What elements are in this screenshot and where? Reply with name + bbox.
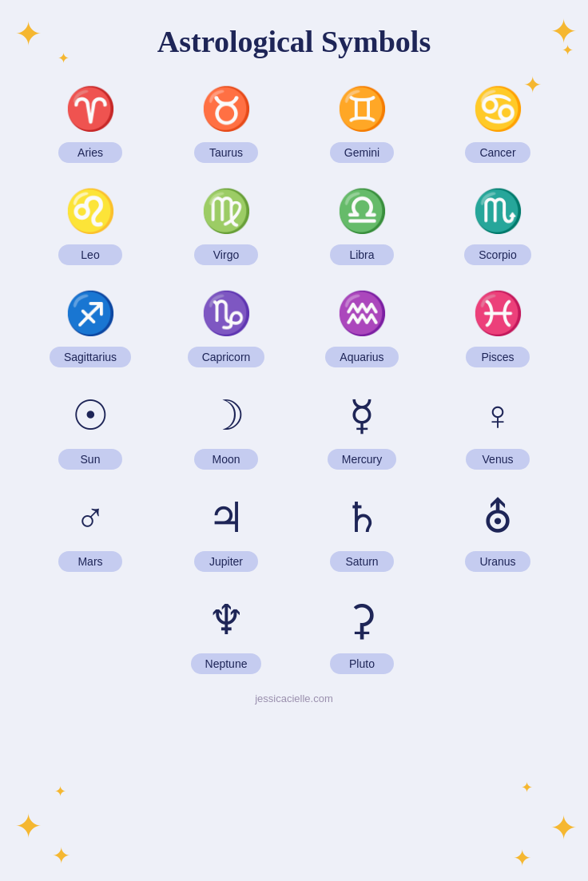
symbol-uranus: ⛢ — [483, 490, 513, 546]
sparkle-bottom-left-large: ✦ — [14, 807, 42, 846]
planet-cell-mars: ♂ Mars — [22, 484, 158, 578]
sparkle-bottom-right-large: ✦ — [550, 808, 578, 847]
planets-grid: ☉ Sun ☽ Moon ☿ Mercury ♀ Venus ♂ Mars ♃ … — [22, 382, 566, 578]
label-leo: Leo — [58, 244, 122, 265]
label-sagittarius: Sagittarius — [50, 347, 131, 367]
label-mercury: Mercury — [328, 449, 397, 470]
zodiac-cell-libra: ♎ Libra — [294, 177, 430, 272]
symbol-aquarius: ♒ — [336, 286, 388, 342]
zodiac-cell-aquarius: ♒ Aquarius — [294, 280, 430, 374]
symbol-jupiter: ♃ — [208, 490, 245, 546]
symbol-pisces: ♓ — [472, 286, 524, 342]
label-taurus: Taurus — [194, 142, 258, 163]
label-mars: Mars — [58, 551, 122, 572]
label-neptune: Neptune — [191, 653, 262, 674]
planet-cell-jupiter: ♃ Jupiter — [158, 484, 294, 578]
label-pluto: Pluto — [330, 653, 394, 674]
zodiac-cell-virgo: ♍ Virgo — [158, 177, 294, 272]
planet-cell-sun: ☉ Sun — [22, 382, 158, 476]
symbol-mercury: ☿ — [349, 388, 375, 444]
zodiac-grid: ♈ Aries ♉ Taurus ♊ Gemini ♋ Cancer ♌ Leo… — [22, 75, 566, 374]
planet-cell-mercury: ☿ Mercury — [294, 382, 430, 476]
symbol-scorpio: ♏ — [472, 184, 524, 240]
symbol-moon: ☽ — [208, 388, 245, 444]
label-moon: Moon — [194, 449, 258, 470]
label-venus: Venus — [466, 449, 530, 470]
label-jupiter: Jupiter — [194, 551, 258, 572]
planet-cell-uranus: ⛢ Uranus — [430, 484, 566, 578]
symbol-saturn: ♄ — [344, 490, 381, 546]
zodiac-cell-taurus: ♉ Taurus — [158, 75, 294, 169]
sparkle-bottom-right-small: ✦ — [521, 779, 533, 796]
symbol-leo: ♌ — [65, 184, 117, 240]
planet-cell-moon: ☽ Moon — [158, 382, 294, 476]
zodiac-cell-capricorn: ♑ Capricorn — [158, 280, 294, 374]
zodiac-cell-leo: ♌ Leo — [22, 177, 158, 272]
zodiac-cell-gemini: ♊ Gemini — [294, 75, 430, 169]
planet-cell-venus: ♀ Venus — [430, 382, 566, 476]
label-gemini: Gemini — [330, 142, 394, 163]
zodiac-cell-scorpio: ♏ Scorpio — [430, 177, 566, 272]
label-virgo: Virgo — [194, 244, 258, 265]
symbol-sagittarius: ♐ — [65, 286, 117, 342]
symbol-cancer: ♋ — [472, 81, 524, 137]
label-scorpio: Scorpio — [464, 244, 530, 265]
label-aries: Aries — [58, 142, 122, 163]
zodiac-cell-pisces: ♓ Pisces — [430, 280, 566, 374]
symbol-taurus: ♉ — [201, 81, 252, 137]
outer-planet-cell-neptune: ♆ Neptune — [158, 586, 294, 681]
sparkle-bottom-right-medium: ✦ — [513, 845, 531, 871]
outer-planets-grid: ♆ Neptune ⚳ Pluto — [158, 586, 430, 681]
sparkle-top-right-small: ✦ — [562, 42, 574, 59]
sparkle-top-right-large: ✦ — [550, 12, 578, 51]
zodiac-cell-aries: ♈ Aries — [22, 75, 158, 169]
label-aquarius: Aquarius — [325, 347, 398, 367]
footer-text: jessicacielle.com — [255, 692, 333, 704]
sparkle-top-left-small: ✦ — [58, 50, 70, 67]
label-saturn: Saturn — [330, 551, 394, 572]
symbol-capricorn: ♑ — [201, 286, 252, 342]
symbol-mars: ♂ — [75, 490, 106, 546]
planet-cell-saturn: ♄ Saturn — [294, 484, 430, 578]
zodiac-cell-sagittarius: ♐ Sagittarius — [22, 280, 158, 374]
label-libra: Libra — [330, 244, 394, 265]
symbol-libra: ♎ — [336, 184, 388, 240]
symbol-sun: ☉ — [72, 388, 109, 444]
sparkle-bottom-left-small: ✦ — [54, 783, 66, 800]
outer-planet-cell-pluto: ⚳ Pluto — [294, 586, 430, 681]
symbol-venus: ♀ — [483, 388, 514, 444]
label-sun: Sun — [58, 449, 122, 470]
label-cancer: Cancer — [465, 142, 530, 163]
zodiac-cell-cancer: ♋ Cancer — [430, 75, 566, 169]
label-capricorn: Capricorn — [188, 347, 265, 367]
symbol-virgo: ♍ — [201, 184, 252, 240]
symbol-pluto: ⚳ — [347, 593, 377, 649]
label-uranus: Uranus — [465, 551, 530, 572]
sparkle-bottom-left-medium: ✦ — [52, 843, 70, 869]
label-pisces: Pisces — [466, 347, 530, 367]
symbol-neptune: ♆ — [208, 593, 245, 649]
symbol-gemini: ♊ — [336, 81, 388, 137]
sparkle-top-left-large: ✦ — [14, 14, 42, 54]
symbol-aries: ♈ — [65, 81, 117, 137]
page-title: Astrological Symbols — [157, 24, 431, 59]
